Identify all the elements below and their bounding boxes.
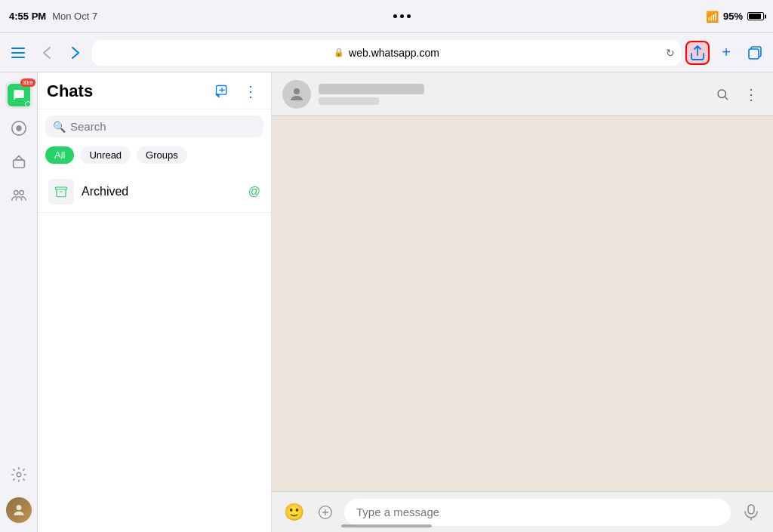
app-sidebar: 319 [0,72,38,532]
sidebar-item-channels[interactable] [5,148,32,175]
attach-button[interactable] [314,501,337,524]
search-input[interactable] [70,120,256,133]
chats-badge: 319 [20,78,35,87]
contact-avatar [282,80,311,109]
chat-search-button[interactable] [711,83,734,106]
main-content: 319 [0,72,773,532]
contact-info [319,84,704,105]
lock-icon: 🔒 [334,48,344,57]
home-bar [341,524,432,527]
filter-tabs: All Unread Groups [38,143,271,171]
contact-status-blur [319,97,379,105]
chat-more-options-button[interactable]: ⋮ [740,83,762,106]
new-chat-button[interactable] [211,80,233,103]
search-icon: 🔍 [53,121,66,133]
right-panel: ⋮ 🙂 [272,72,773,532]
sidebar-item-communities[interactable] [5,181,32,208]
filter-tab-unread[interactable]: Unread [80,146,131,164]
filter-tab-groups[interactable]: Groups [137,146,187,164]
chat-more-button[interactable]: ⋮ [239,80,262,103]
sidebar-bottom [5,461,32,523]
contact-name-blur [319,84,424,94]
status-bar-right: 📶 95% [706,11,764,23]
archived-row[interactable]: Archived @ [38,171,271,213]
svg-rect-6 [13,160,24,168]
svg-point-13 [294,88,300,94]
archived-icon [48,179,74,204]
chat-panel-title: Chats [47,81,93,101]
status-bar: 4:55 PM Mon Oct 7 📶 95% [0,0,773,33]
chat-panel: Chats ⋮ 🔍 All Unread [38,72,272,532]
svg-point-9 [17,472,21,477]
browser-chrome: 🔒 web.whatsapp.com ↻ + [0,33,773,72]
message-input[interactable] [344,499,731,526]
new-tab-button[interactable]: + [714,41,738,65]
sidebar-item-chats[interactable]: 319 [5,81,32,109]
archived-indicator: @ [248,185,260,198]
online-indicator [25,101,31,107]
svg-point-8 [19,191,23,195]
sidebar-toggle-icon[interactable] [6,41,30,65]
svg-rect-12 [56,187,67,189]
svg-rect-16 [748,505,754,514]
emoji-button[interactable]: 🙂 [281,500,306,525]
search-bar[interactable]: 🔍 [45,115,263,137]
chat-messages-area [272,116,773,491]
chat-panel-header: Chats ⋮ [38,72,271,109]
svg-point-5 [16,125,21,131]
svg-point-10 [16,505,21,510]
back-button[interactable] [35,41,59,65]
share-button[interactable] [685,41,710,65]
sidebar-item-settings[interactable] [5,461,32,488]
filter-tab-all[interactable]: All [45,146,74,164]
svg-rect-1 [11,52,25,54]
archived-label: Archived [82,185,241,198]
wifi-icon: 📶 [706,11,719,23]
empty-chat-list [38,213,271,532]
reload-icon[interactable]: ↻ [666,47,675,59]
forward-button[interactable] [63,41,88,65]
mic-button[interactable] [738,500,764,525]
svg-rect-0 [11,48,25,49]
svg-rect-3 [749,49,759,59]
battery-percent: 95% [723,11,743,22]
sidebar-item-status[interactable] [5,115,32,142]
right-panel-header: ⋮ [272,72,773,116]
svg-rect-2 [11,57,25,58]
status-time: 4:55 PM [9,11,46,22]
status-date: Mon Oct 7 [52,11,97,22]
status-bar-left: 4:55 PM Mon Oct 7 [9,11,97,22]
chat-header-icons: ⋮ [211,80,262,103]
tabs-button[interactable] [743,41,767,65]
address-bar[interactable]: 🔒 web.whatsapp.com ↻ [92,40,681,66]
svg-point-7 [14,191,17,195]
status-bar-center [393,14,411,18]
url-display: web.whatsapp.com [349,47,439,59]
right-header-icons: ⋮ [711,83,762,106]
battery-icon [747,12,764,20]
user-avatar[interactable] [6,497,32,523]
